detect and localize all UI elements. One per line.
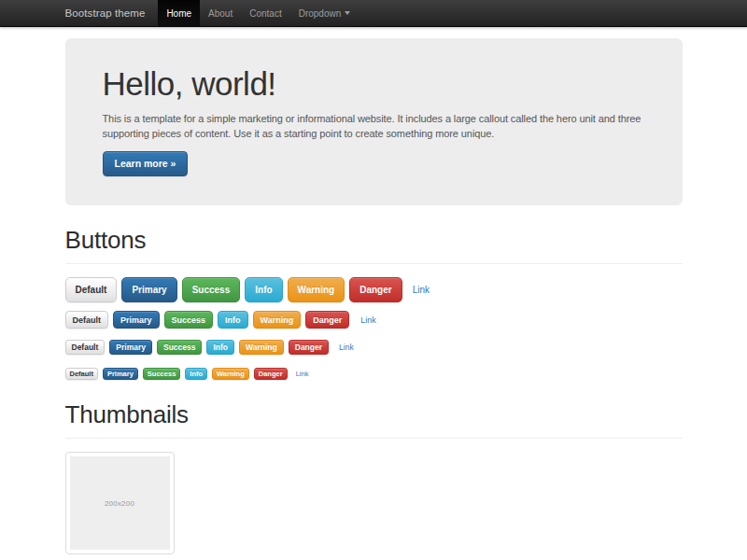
info-button-xs[interactable]: Info [185, 368, 207, 380]
thumbnail[interactable]: 200x200 [65, 452, 175, 554]
thumbnails-heading: Thumbnails [65, 400, 683, 429]
default-button-xs[interactable]: Default [65, 368, 98, 380]
warning-button-xs[interactable]: Warning [212, 368, 249, 380]
button-row-md: DefaultPrimarySuccessInfoWarningDangerLi… [65, 311, 683, 329]
nav-item-label: About [208, 8, 233, 19]
primary-button-md[interactable]: Primary [113, 311, 160, 329]
link-button-sm[interactable]: Link [333, 340, 359, 355]
hero-text: This is a template for a simple marketin… [103, 111, 649, 141]
primary-button-xs[interactable]: Primary [103, 368, 138, 380]
button-row-lg: DefaultPrimarySuccessInfoWarningDangerLi… [65, 277, 683, 302]
success-button-lg[interactable]: Success [182, 277, 241, 302]
nav-item-dropdown[interactable]: Dropdown [290, 0, 359, 26]
navbar-menu: HomeAboutContactDropdown [158, 0, 359, 26]
buttons-heading: Buttons [65, 226, 683, 255]
default-button-md[interactable]: Default [65, 311, 109, 329]
page: Bootstrap theme HomeAboutContactDropdown… [0, 0, 747, 554]
main-container: Hello, world! This is a template for a s… [65, 38, 683, 554]
nav-item-label: Home [166, 8, 191, 19]
placeholder-image: 200x200 [70, 456, 170, 550]
link-button-md[interactable]: Link [354, 311, 383, 329]
default-button-lg[interactable]: Default [65, 277, 118, 302]
hero-title: Hello, world! [103, 66, 645, 103]
warning-button-lg[interactable]: Warning [288, 277, 345, 302]
success-button-xs[interactable]: Success [143, 368, 180, 380]
hero-unit: Hello, world! This is a template for a s… [65, 38, 683, 205]
nav-item-label: Contact [249, 8, 281, 19]
link-button-xs[interactable]: Link [292, 368, 313, 380]
success-button-sm[interactable]: Success [157, 340, 203, 355]
danger-button-md[interactable]: Danger [305, 311, 349, 329]
info-button-sm[interactable]: Info [206, 340, 234, 355]
nav-item-contact[interactable]: Contact [241, 0, 289, 26]
button-row-xs: DefaultPrimarySuccessInfoWarningDangerLi… [65, 368, 683, 380]
info-button-lg[interactable]: Info [245, 277, 282, 302]
nav-item-about[interactable]: About [200, 0, 241, 26]
placeholder-label: 200x200 [105, 499, 134, 508]
thumbnails-section-header: Thumbnails [65, 400, 683, 439]
primary-button-lg[interactable]: Primary [121, 277, 176, 302]
warning-button-sm[interactable]: Warning [239, 340, 284, 355]
danger-button-lg[interactable]: Danger [349, 277, 402, 302]
learn-more-button[interactable]: Learn more » [103, 151, 189, 176]
navbar-inner: Bootstrap theme HomeAboutContactDropdown [65, 0, 683, 26]
button-row-sm: DefaultPrimarySuccessInfoWarningDangerLi… [65, 340, 683, 355]
navbar-brand[interactable]: Bootstrap theme [65, 0, 159, 26]
danger-button-xs[interactable]: Danger [254, 368, 288, 380]
buttons-section-header: Buttons [65, 226, 683, 264]
link-button-lg[interactable]: Link [407, 277, 435, 302]
warning-button-md[interactable]: Warning [253, 311, 302, 329]
button-rows: DefaultPrimarySuccessInfoWarningDangerLi… [65, 277, 683, 380]
danger-button-sm[interactable]: Danger [289, 340, 329, 355]
navbar: Bootstrap theme HomeAboutContactDropdown [0, 0, 747, 27]
nav-item-home[interactable]: Home [158, 0, 200, 26]
default-button-sm[interactable]: Default [65, 340, 106, 355]
primary-button-sm[interactable]: Primary [109, 340, 152, 355]
success-button-md[interactable]: Success [164, 311, 214, 329]
caret-down-icon [345, 11, 350, 15]
nav-item-label: Dropdown [299, 8, 342, 19]
info-button-md[interactable]: Info [218, 311, 248, 329]
